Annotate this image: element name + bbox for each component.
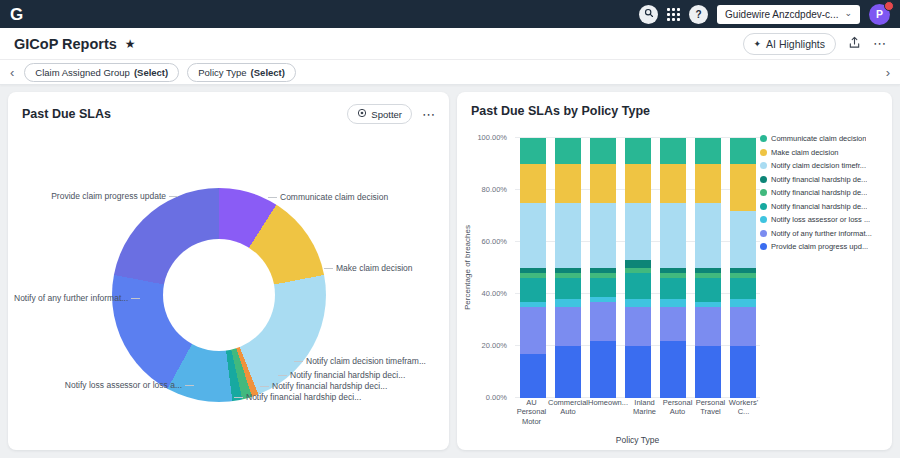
legend-item[interactable]: Notify of any further informat... bbox=[760, 229, 886, 238]
x-tick-label: Workers' C... bbox=[727, 398, 760, 426]
bar-segment[interactable] bbox=[660, 138, 686, 164]
legend-item[interactable]: Provide claim progress upd... bbox=[760, 242, 886, 251]
bar-segment[interactable] bbox=[590, 203, 616, 268]
legend-dot bbox=[760, 149, 767, 156]
bar-segment[interactable] bbox=[660, 203, 686, 268]
x-tick-label: Personal Travel bbox=[694, 398, 727, 426]
legend-item[interactable]: Make claim decision bbox=[760, 148, 886, 157]
stacked-bar[interactable] bbox=[695, 138, 721, 398]
stacked-bar[interactable] bbox=[730, 138, 756, 398]
legend-item[interactable]: Notify financial hardship de... bbox=[760, 175, 886, 184]
guidewire-logo[interactable]: G bbox=[10, 6, 23, 23]
more-options-button[interactable]: ⋯ bbox=[873, 37, 886, 50]
bar-segment[interactable] bbox=[520, 138, 546, 164]
bar-segment[interactable] bbox=[730, 164, 756, 211]
bar-segment[interactable] bbox=[590, 278, 616, 296]
bar-segment[interactable] bbox=[555, 346, 581, 398]
bar-segment[interactable] bbox=[555, 278, 581, 299]
filter-claim-assigned-group[interactable]: Claim Assigned Group (Select) bbox=[24, 63, 179, 82]
bar-segment[interactable] bbox=[660, 307, 686, 341]
scroll-right-button[interactable]: › bbox=[884, 65, 892, 80]
bar-segment[interactable] bbox=[695, 164, 721, 203]
legend-item[interactable]: Notify claim decision timefr... bbox=[760, 161, 886, 170]
donut-chart-area: Provide claim progress update Communicat… bbox=[8, 92, 449, 450]
x-axis-labels: AU Personal MotorCommercial AutoHomeown.… bbox=[515, 398, 760, 426]
filter-state: (Select) bbox=[251, 67, 285, 78]
bar-segment[interactable] bbox=[625, 203, 651, 260]
bar-segment[interactable] bbox=[520, 307, 546, 354]
bar-segment[interactable] bbox=[695, 346, 721, 398]
stacked-bar[interactable] bbox=[660, 138, 686, 398]
search-button[interactable] bbox=[639, 5, 658, 24]
bar-segment[interactable] bbox=[625, 307, 651, 346]
donut-hole bbox=[163, 239, 275, 351]
bar-segment[interactable] bbox=[695, 307, 721, 346]
bar-segment[interactable] bbox=[660, 341, 686, 398]
x-tick-label: AU Personal Motor bbox=[515, 398, 548, 426]
legend-label: Provide claim progress upd... bbox=[771, 242, 868, 251]
bar-segment[interactable] bbox=[730, 299, 756, 307]
avatar[interactable]: P bbox=[869, 4, 890, 25]
account-selector[interactable]: Guidewire Anzcdpdev-c... ⌄ bbox=[717, 5, 860, 24]
bar-segment[interactable] bbox=[730, 346, 756, 398]
help-button[interactable]: ? bbox=[689, 5, 708, 24]
spotter-label: Spotter bbox=[371, 109, 402, 120]
bar-segment[interactable] bbox=[695, 278, 721, 301]
legend-item[interactable]: Notify financial hardship de... bbox=[760, 202, 886, 211]
bar-segment[interactable] bbox=[625, 164, 651, 203]
legend-item[interactable]: Communicate claim decision bbox=[760, 134, 886, 143]
bar-segment[interactable] bbox=[660, 278, 686, 299]
filter-policy-type[interactable]: Policy Type (Select) bbox=[187, 63, 296, 82]
bar-segment[interactable] bbox=[730, 307, 756, 346]
bar-segment[interactable] bbox=[625, 299, 651, 307]
scroll-left-button[interactable]: ‹ bbox=[8, 65, 16, 80]
bar-segment[interactable] bbox=[555, 138, 581, 164]
legend-dot bbox=[760, 216, 767, 223]
y-tick-label: 0.00% bbox=[486, 393, 507, 402]
bar-segment[interactable] bbox=[520, 278, 546, 301]
bar-legend: Communicate claim decisionMake claim dec… bbox=[760, 134, 886, 256]
bar-segment[interactable] bbox=[555, 203, 581, 268]
bar-segment[interactable] bbox=[555, 307, 581, 346]
bar-segment[interactable] bbox=[695, 138, 721, 164]
bar-segment[interactable] bbox=[625, 273, 651, 299]
y-tick-label: 100.00% bbox=[477, 133, 507, 142]
bar-segment[interactable] bbox=[590, 138, 616, 164]
bar-segment[interactable] bbox=[520, 164, 546, 203]
stacked-bar[interactable] bbox=[625, 138, 651, 398]
bar-segment[interactable] bbox=[590, 164, 616, 203]
slice-label-notify-financial-hardship-3: Notify financial hardship deci... bbox=[234, 392, 361, 402]
bar-segment[interactable] bbox=[555, 299, 581, 307]
bar-segment[interactable] bbox=[625, 138, 651, 164]
spotter-button[interactable]: Spotter bbox=[347, 104, 412, 124]
ai-highlights-button[interactable]: ✦ AI Highlights bbox=[743, 33, 837, 55]
bar-segment[interactable] bbox=[590, 341, 616, 398]
bar-segment[interactable] bbox=[625, 346, 651, 398]
legend-dot bbox=[760, 176, 767, 183]
legend-item[interactable]: Notify financial hardship de... bbox=[760, 188, 886, 197]
stacked-bar[interactable] bbox=[520, 138, 546, 398]
legend-item[interactable]: Notify loss assessor or loss ... bbox=[760, 215, 886, 224]
favorite-star-icon[interactable]: ★ bbox=[125, 37, 136, 51]
stacked-bar[interactable] bbox=[590, 138, 616, 398]
help-icon: ? bbox=[696, 9, 702, 20]
bar-segment[interactable] bbox=[660, 164, 686, 203]
card-more-button[interactable]: ⋯ bbox=[422, 108, 435, 121]
bar-segment[interactable] bbox=[625, 260, 651, 268]
apps-grid-button[interactable] bbox=[667, 8, 680, 21]
bar-segment[interactable] bbox=[695, 203, 721, 268]
slice-label-make-claim-decision: Make claim decision bbox=[324, 263, 413, 273]
bar-segment[interactable] bbox=[555, 164, 581, 203]
legend-label: Make claim decision bbox=[771, 148, 839, 157]
export-button[interactable] bbox=[848, 36, 861, 51]
bar-segment[interactable] bbox=[520, 354, 546, 398]
stacked-bar[interactable] bbox=[555, 138, 581, 398]
bar-segment[interactable] bbox=[660, 299, 686, 307]
bar-segment[interactable] bbox=[730, 211, 756, 268]
bar-segment[interactable] bbox=[730, 138, 756, 164]
past-due-slas-by-policy-type-card: Past Due SLAs by Policy Type Percentage … bbox=[457, 92, 892, 450]
more-icon: ⋯ bbox=[422, 108, 435, 121]
bar-segment[interactable] bbox=[520, 203, 546, 268]
bar-segment[interactable] bbox=[730, 278, 756, 299]
bar-segment[interactable] bbox=[590, 302, 616, 341]
